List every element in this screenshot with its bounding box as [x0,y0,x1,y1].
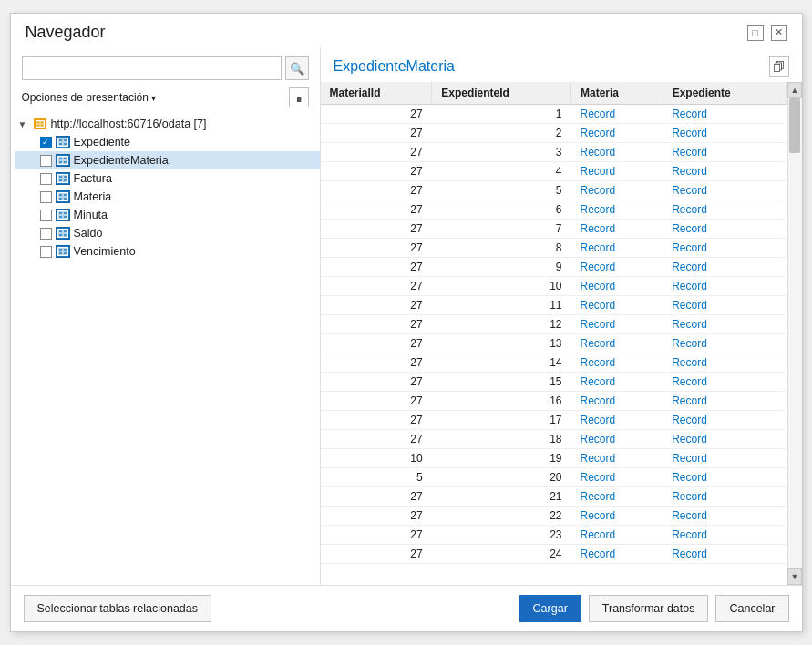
cell-materia[interactable]: Record [571,430,663,449]
cell-expediente[interactable]: Record [663,507,786,526]
cell-expediente[interactable]: Record [663,315,786,334]
scrollbar[interactable]: ▲ ▼ [787,82,802,585]
cell-expedienteid: 6 [432,200,571,220]
tree-checkbox-expediente[interactable] [40,137,52,148]
cell-materia[interactable]: Record [571,468,663,487]
tree-item-materia[interactable]: Materia [15,188,320,206]
cell-expediente[interactable]: Record [663,411,786,430]
table-icon-materia [56,190,70,203]
search-input[interactable] [22,56,282,80]
tree-checkbox-saldo[interactable] [40,228,52,240]
cell-materia[interactable]: Record [571,200,663,220]
cell-expedienteid: 19 [432,449,571,468]
right-panel-title: ExpedienteMateria [334,58,455,75]
cell-materia[interactable]: Record [571,258,663,277]
cell-materia[interactable]: Record [571,124,663,143]
cell-expediente[interactable]: Record [663,181,786,200]
search-button[interactable]: 🔍 [285,56,309,80]
tree-label-factura: Factura [74,172,112,185]
cell-expediente[interactable]: Record [663,449,786,468]
root-table-icon [33,118,47,130]
select-related-button[interactable]: Seleccionar tablas relacionadas [24,595,212,622]
tree-checkbox-materia[interactable] [40,191,52,203]
cell-expedienteid: 12 [432,315,571,334]
tree-item-expediente-materia[interactable]: ExpedienteMateria [15,151,320,169]
cell-expediente[interactable]: Record [663,373,786,392]
tree-checkbox-minuta[interactable] [40,210,52,221]
table-row: 2724RecordRecord [321,545,787,564]
cell-expediente[interactable]: Record [663,124,786,143]
cell-materia[interactable]: Record [571,334,663,353]
load-button[interactable]: Cargar [519,595,581,622]
tree-item-saldo[interactable]: Saldo [15,224,320,242]
cell-expediente[interactable]: Record [663,392,786,411]
cell-materia[interactable]: Record [571,296,663,315]
cell-expediente[interactable]: Record [663,200,786,220]
cell-expediente[interactable]: Record [663,334,786,353]
cell-expediente[interactable]: Record [663,296,786,315]
cell-materia[interactable]: Record [571,507,663,526]
cell-expediente[interactable]: Record [663,239,786,258]
cell-materia[interactable]: Record [571,373,663,392]
cell-expediente[interactable]: Record [663,162,786,181]
table-row: 279RecordRecord [321,258,787,277]
table-icon-vencimiento [56,245,70,258]
cell-expediente[interactable]: Record [663,143,786,162]
cell-materia[interactable]: Record [571,315,663,334]
scroll-up-button[interactable]: ▲ [787,82,802,98]
view-options-button[interactable]: 🗍 [769,56,789,77]
minimize-button[interactable]: □ [747,25,764,41]
cell-materia[interactable]: Record [571,392,663,411]
table-row: 275RecordRecord [321,181,787,200]
cell-materia[interactable]: Record [571,181,663,200]
tree-item-minuta[interactable]: Minuta [15,206,320,224]
footer: Seleccionar tablas relacionadas Cargar T… [11,585,802,631]
cell-expediente[interactable]: Record [663,220,786,239]
add-datasource-button[interactable]: ∎ [289,87,309,108]
cell-materia[interactable]: Record [571,353,663,373]
right-panel: ExpedienteMateria 🗍 MaterialId Expedient… [321,47,802,585]
scroll-down-button[interactable]: ▼ [787,568,802,585]
cell-expediente[interactable]: Record [663,277,786,296]
tree-checkbox-expediente-materia[interactable] [40,155,52,167]
cell-materia[interactable]: Record [571,449,663,468]
cell-materia[interactable]: Record [571,162,663,181]
tree-checkbox-vencimiento[interactable] [40,246,52,258]
cell-materialid: 27 [321,258,432,277]
tree-root[interactable]: ▼ http://localhost:60716/odata [7] [15,115,320,133]
transform-data-button[interactable]: Transformar datos [589,595,709,622]
cell-materialid: 27 [321,124,432,143]
table-row: 2715RecordRecord [321,373,787,392]
cell-expediente[interactable]: Record [663,353,786,373]
cell-materia[interactable]: Record [571,277,663,296]
scroll-thumb[interactable] [789,98,800,153]
options-label[interactable]: Opciones de presentación ▾ [22,91,156,104]
cell-materialid: 27 [321,239,432,258]
cell-expedienteid: 5 [432,181,571,200]
cell-expediente[interactable]: Record [663,430,786,449]
cell-materia[interactable]: Record [571,411,663,430]
cell-expediente[interactable]: Record [663,258,786,277]
cell-materia[interactable]: Record [571,105,663,124]
cell-expedienteid: 11 [432,296,571,315]
table-icon-expediente-materia [56,154,70,167]
tree-checkbox-factura[interactable] [40,173,52,185]
cell-materia[interactable]: Record [571,239,663,258]
cell-materia[interactable]: Record [571,545,663,564]
cell-expediente[interactable]: Record [663,487,786,507]
tree-item-factura[interactable]: Factura [15,169,320,188]
cell-materialid: 27 [321,526,432,545]
table-row: 274RecordRecord [321,162,787,181]
cell-expediente[interactable]: Record [663,545,786,564]
cancel-button[interactable]: Cancelar [715,595,788,622]
tree-item-vencimiento[interactable]: Vencimiento [15,242,320,261]
tree-item-expediente[interactable]: Expediente [15,133,320,151]
cell-expediente[interactable]: Record [663,526,786,545]
cell-materia[interactable]: Record [571,143,663,162]
cell-materia[interactable]: Record [571,220,663,239]
close-button[interactable]: ✕ [771,25,787,41]
cell-expediente[interactable]: Record [663,468,786,487]
cell-materia[interactable]: Record [571,526,663,545]
cell-expediente[interactable]: Record [663,105,786,124]
cell-materia[interactable]: Record [571,487,663,507]
